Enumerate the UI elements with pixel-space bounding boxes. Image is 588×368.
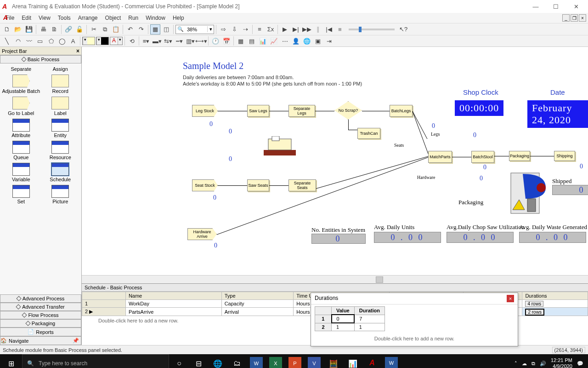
module-down-button[interactable]: ⇩ [229, 24, 239, 34]
text-color-picker[interactable]: A▾ [110, 37, 123, 45]
tray-volume-icon[interactable]: 🔊 [540, 361, 546, 367]
start-button[interactable]: ⊞ [0, 354, 22, 368]
mdi-restore-button[interactable]: ❐ [571, 14, 578, 22]
rect-tool[interactable]: ▭ [35, 36, 45, 46]
word-icon[interactable]: W [250, 357, 263, 368]
run-stop-button[interactable]: ■ [335, 24, 345, 34]
polyline-tool[interactable]: 〰 [24, 36, 34, 46]
toggle-split-button[interactable]: ◫ [161, 24, 171, 34]
palette-picture[interactable]: Picture [41, 185, 80, 204]
tray-dropbox-icon[interactable]: ⧉ [531, 361, 535, 367]
line-weight-button[interactable]: ▬▾ [152, 36, 162, 46]
durations-table[interactable]: ValueDuration 107 211 [315, 306, 385, 331]
menu-tools[interactable]: Tools [54, 14, 74, 22]
panel-advanced-transfer[interactable]: Advanced Transfer [0, 303, 81, 311]
powerpoint-icon[interactable]: P [288, 357, 301, 368]
palette-go-to-label[interactable]: Go to Label [2, 97, 40, 116]
clock-anim-button[interactable]: 🕐 [210, 36, 220, 46]
zoom-combo[interactable]: 🔍 38% ▾ [175, 25, 214, 34]
project-bar-close-icon[interactable]: × [76, 48, 79, 54]
zoom-dropdown-icon[interactable]: ▾ [207, 26, 214, 32]
palette-resource[interactable]: Resource [41, 141, 80, 160]
menu-run[interactable]: Run [124, 14, 142, 22]
node-packaging[interactable]: Packaging [509, 151, 530, 161]
run-step-button[interactable]: ▶| [291, 24, 301, 34]
station-anim-button[interactable]: ▣ [313, 36, 323, 46]
hist-anim-button[interactable]: 📊 [258, 36, 268, 46]
durations-close-button[interactable]: × [507, 295, 514, 302]
cortana-icon[interactable]: ○ [173, 357, 186, 368]
node-batch-stool[interactable]: BatchStool [471, 151, 494, 163]
node-batch-legs[interactable]: BatchLegs [390, 105, 413, 117]
tray-clock[interactable]: 12:21 PM4/9/2020 [551, 357, 572, 368]
menu-object[interactable]: Object [102, 14, 125, 22]
node-shipping[interactable]: Shipping [554, 151, 575, 161]
node-separate-seats[interactable]: Separate Seats [288, 179, 316, 191]
menu-edit[interactable]: Edit [18, 14, 35, 22]
panel-navigate[interactable]: 🏠Navigate📌 [0, 336, 81, 345]
chart-icon[interactable]: 📊 [346, 357, 359, 368]
panel-basic-process[interactable]: Basic Process [0, 55, 81, 63]
menu-arrange[interactable]: Arrange [74, 14, 102, 22]
menu-help[interactable]: Help [169, 14, 188, 22]
pin-icon[interactable]: 📌 [73, 338, 79, 344]
polygon-tool[interactable]: ⬠ [46, 36, 56, 46]
tray-chevron-icon[interactable]: ˄ [514, 361, 517, 367]
palette-set[interactable]: Set [2, 185, 40, 204]
queue-anim-button[interactable]: ⋯ [280, 36, 290, 46]
copy-button[interactable]: ⧉ [100, 24, 110, 34]
palette-label[interactable]: Label [41, 97, 80, 116]
palette-separate[interactable]: Separate [2, 66, 40, 72]
durations-button-2[interactable]: 2 rows [525, 309, 544, 316]
file-explorer-icon[interactable]: 🗂 [231, 357, 243, 368]
node-no-scrap[interactable]: No Scrap? [334, 101, 362, 120]
connect-button[interactable]: ⇢ [240, 24, 250, 34]
show-dim-button[interactable]: ⟷▾ [196, 36, 206, 46]
panel-reports[interactable]: 📄Reports [0, 328, 81, 336]
model-canvas[interactable]: Sample Model 2 Daily deliveries are betw… [82, 47, 588, 275]
close-button[interactable]: ✕ [566, 0, 586, 13]
node-seat-stock[interactable]: Seat Stock [192, 179, 218, 191]
toggle-layers-button[interactable]: ▦ [150, 24, 160, 34]
node-hardware-arrive[interactable]: Hardware Arrive [187, 228, 217, 240]
panel-packaging[interactable]: Packaging [0, 319, 81, 328]
node-leg-stock[interactable]: Leg Stock [192, 105, 218, 117]
palette-entity[interactable]: Entity [41, 119, 80, 138]
run-go-button[interactable]: ▶ [280, 24, 290, 34]
taskview-icon[interactable]: ⊟ [192, 357, 205, 368]
level-anim-button[interactable]: ▤ [247, 36, 257, 46]
print-preview-button[interactable]: 🗎 [49, 24, 59, 34]
node-match-parts[interactable]: MatchParts [428, 151, 452, 163]
tray-notifications-icon[interactable]: 💬 [577, 361, 583, 367]
panel-flow-process[interactable]: Flow Process [0, 311, 81, 319]
word-running-icon[interactable]: W [385, 357, 398, 368]
save-button[interactable]: 💾 [24, 24, 34, 34]
run-pause-button[interactable]: ‖ [313, 24, 323, 34]
open-button[interactable]: 📂 [13, 24, 23, 34]
excel-icon[interactable]: X [269, 357, 282, 368]
menu-view[interactable]: View [35, 14, 54, 22]
tray-onedrive-icon[interactable]: ☁ [522, 361, 527, 367]
palette-adjustable-batch[interactable]: Adjustable Batch [2, 75, 40, 94]
visio-icon[interactable]: V [308, 357, 321, 368]
palette-queue[interactable]: Queue [2, 141, 40, 160]
canvas-horizontal-scrollbar[interactable] [82, 275, 588, 283]
cut-button[interactable]: ✂ [89, 24, 99, 34]
arena-taskbar-icon[interactable]: A [366, 357, 379, 368]
maximize-button[interactable]: ☐ [546, 0, 566, 13]
undo-button[interactable]: ↶ [125, 24, 135, 34]
line-color-picker[interactable]: ▾ [96, 37, 109, 45]
chrome-icon[interactable]: 🌐 [211, 357, 224, 368]
node-saw-seats[interactable]: Saw Seats [247, 179, 269, 191]
run-fast-button[interactable]: ▶▶ [302, 24, 312, 34]
arrow-style-button[interactable]: ⇆▾ [163, 36, 173, 46]
palette-attribute[interactable]: Attribute [2, 119, 40, 138]
run-start-over-button[interactable]: |◀ [324, 24, 334, 34]
attach-button[interactable]: 🔗 [63, 24, 74, 34]
palette-schedule[interactable]: Schedule [41, 163, 80, 182]
sigma-button[interactable]: Σx [266, 24, 276, 34]
node-separate-legs[interactable]: Separate Legs [288, 105, 315, 117]
taskbar-search[interactable]: 🔍 Type here to search [22, 354, 169, 368]
date-anim-button[interactable]: 📅 [221, 36, 232, 46]
line-tool[interactable]: ╲ [2, 36, 12, 46]
